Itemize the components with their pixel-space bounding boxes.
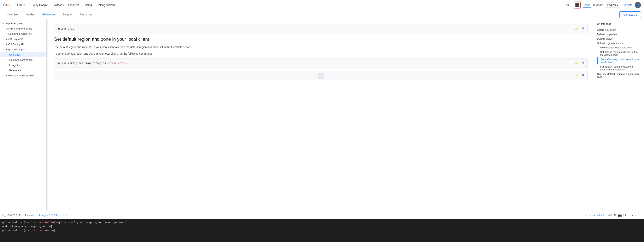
code-highlight-region: europe-west1 <box>107 62 126 64</box>
toc-item-before[interactable]: Before you begin <box>597 28 641 32</box>
main-layout: Compute Engine All APIs and references ▸… <box>0 19 644 211</box>
nav-right: 🔍 ⬛ Docs Support English ▾ Console 👤 <box>564 1 641 8</box>
secondary-nav: Overview Guides Reference Support Resour… <box>0 10 644 19</box>
toc-item-default-proj[interactable]: Default project <box>597 36 641 41</box>
shell-tab[interactable]: test-project-165220 ✕ <box>36 214 61 217</box>
sidebar-item-cloud-console[interactable]: ▸ Google Cloud Console <box>0 73 46 78</box>
docs-link[interactable]: Docs <box>583 2 591 7</box>
tab-reference[interactable]: Reference <box>38 10 59 19</box>
more-vert-icon[interactable]: ⋮ <box>627 213 630 217</box>
copy-icon-2: ⧉ <box>582 61 584 64</box>
copy-button-2[interactable]: ⧉ <box>580 60 586 65</box>
content-area: gcloud init 🌙 ⧉ Set default region and z… <box>48 19 594 211</box>
shell-dropdown-button[interactable]: ▾ <box>66 214 67 216</box>
expand-less-icon[interactable]: ▴ <box>632 213 634 217</box>
editor-icon: ✏ <box>586 214 588 217</box>
chevron-right-icon: ▸ <box>6 33 7 35</box>
highlighted-icon-button[interactable]: ⬛ <box>574 1 581 8</box>
tab-overview[interactable]: Overview <box>3 10 22 19</box>
support-link[interactable]: Support <box>593 3 602 6</box>
sidebar-item-gcloud-compute[interactable]: ▾ gcloud compute <box>0 47 46 52</box>
sidebar-item-os-config[interactable]: ▸ OS Config API <box>0 42 46 47</box>
code-text-region-prefix: gcloud config set compute/region <box>58 62 107 64</box>
chevron-down-icon: ▾ <box>617 3 618 6</box>
maximize-icon[interactable]: ⤢ <box>635 213 638 217</box>
console-button[interactable]: Console <box>622 3 632 6</box>
dark-mode-icon: 🌙 <box>574 27 578 30</box>
shell-header: >_ CLOUD SHELL Terminal test-project-165… <box>0 211 644 219</box>
sidebar: Compute Engine All APIs and references ▸… <box>0 19 46 211</box>
dark-mode-toggle-3[interactable]: 🌙 <box>574 73 579 78</box>
terminal-project-1: test-project-165220 <box>25 221 54 224</box>
terminal-command-1: gcloud config set compute/region europe-… <box>58 221 126 224</box>
toc-item-default-props[interactable]: Default properties <box>597 32 641 36</box>
cloud-shell-panel: >_ CLOUD SHELL Terminal test-project-165… <box>0 211 644 242</box>
nav-why-google[interactable]: Why Google <box>31 3 49 7</box>
user-avatar[interactable]: 👤 <box>635 2 641 8</box>
open-editor-label: Open Editor <box>589 214 602 217</box>
dark-mode-icon-2: 🌙 <box>574 61 578 64</box>
terminal-output-1: Updated property [compute/region]. <box>2 225 54 228</box>
scroll-indicator[interactable]: — <box>318 73 324 79</box>
dark-mode-icon-3: 🌙 <box>574 74 578 77</box>
sidebar-item-usage-tips[interactable]: Usage tips <box>0 63 46 68</box>
tab-resources[interactable]: Resources <box>76 10 96 19</box>
sidebar-item-os-login[interactable]: ▸ OS Login API <box>0 36 46 42</box>
toc-item-set-metadata[interactable]: Set default region and zone in the metad… <box>597 50 641 57</box>
nav-pricing[interactable]: Pricing <box>82 3 94 7</box>
external-link-icon: ⧉ <box>603 214 604 217</box>
toc-item-view-default[interactable]: View default region and zone <box>597 45 641 50</box>
close-icon[interactable]: ✕ <box>639 213 642 217</box>
search-button[interactable]: 🔍 <box>564 1 572 8</box>
dark-mode-toggle[interactable]: 🌙 <box>574 26 579 31</box>
terminal-prompt-2b: )$ <box>54 229 57 232</box>
keyboard-icon[interactable]: ⌨ <box>608 213 612 217</box>
sidebar-item-reference[interactable]: Reference <box>0 68 46 73</box>
top-nav: Google Cloud Why Google Solutions Produc… <box>0 0 644 10</box>
sidebar-item-compute-engine[interactable]: Compute Engine <box>0 21 46 26</box>
code-text-gcloud-init: gcloud init <box>58 27 74 30</box>
terminal-project-2: test-project-165220 <box>25 229 54 232</box>
sidebar-divider <box>46 19 48 211</box>
shell-tab-project: test-project-165220 <box>36 214 58 217</box>
sidebar-item-common-commands[interactable]: Common commands <box>0 57 46 63</box>
logo[interactable]: Google Cloud <box>3 3 25 7</box>
toc-item-override-flags[interactable]: Override default region and zone with fl… <box>597 72 641 79</box>
terminal-line-3: @cloudshell:~ (test-project-165220)$ <box>2 229 642 233</box>
code-block-actions: 🌙 ⧉ <box>574 26 586 31</box>
code-block-2-actions: 🌙 ⧉ <box>574 60 586 65</box>
contact-us-button[interactable]: Contact Us <box>620 11 641 18</box>
tab-guides[interactable]: Guides <box>22 10 38 19</box>
terminal-line-2: Updated property [compute/region]. <box>2 225 642 229</box>
chevron-right-icon: ▸ <box>6 75 7 77</box>
language-selector[interactable]: English ▾ <box>605 2 620 7</box>
toc-item-set-env[interactable]: Set default region and zone in environme… <box>597 64 641 72</box>
toc-item-default-region[interactable]: Default region and zone <box>597 41 641 45</box>
copy-button-3[interactable]: ⧉ <box>580 73 586 78</box>
dark-mode-toggle-2[interactable]: 🌙 <box>574 60 579 65</box>
nav-products[interactable]: Products <box>67 3 80 7</box>
sidebar-item-gcloud-overview[interactable]: Overview <box>0 52 46 57</box>
shell-tab-close-button[interactable]: ✕ <box>58 214 61 217</box>
split-icon[interactable]: ⊟ <box>623 213 626 217</box>
copy-button[interactable]: ⧉ <box>580 26 586 31</box>
shell-add-tab-button[interactable]: + <box>62 213 64 217</box>
copy-icon-3: ⧉ <box>582 74 584 77</box>
video-icon[interactable]: 📷 <box>618 213 622 217</box>
tab-support[interactable]: Support <box>58 10 76 19</box>
nav-solutions[interactable]: Solutions <box>51 3 65 7</box>
settings-icon[interactable]: ⚙ <box>614 213 616 217</box>
toc-item-set-local[interactable]: Set default region and zone in your loca… <box>597 57 641 64</box>
code-text-partial <box>58 74 59 77</box>
chevron-right-icon: ▸ <box>6 43 7 45</box>
shell-terminal[interactable]: @cloudshell:~ (test-project-165220)$ gcl… <box>0 219 644 242</box>
edit-icon[interactable]: ✏ <box>126 62 127 64</box>
nav-getting-started[interactable]: Getting Started <box>95 3 116 7</box>
sidebar-item-all-apis[interactable]: All APIs and references <box>0 26 46 31</box>
avatar-icon: 👤 <box>636 3 640 6</box>
sidebar-item-compute-api[interactable]: ▸ Compute Engine API <box>0 31 46 36</box>
language-label: English <box>607 3 616 6</box>
open-editor-button[interactable]: ✏ Open Editor ⧉ <box>586 214 604 217</box>
toc-title: On this page <box>597 22 641 25</box>
chevron-right-icon: ▸ <box>6 38 7 40</box>
